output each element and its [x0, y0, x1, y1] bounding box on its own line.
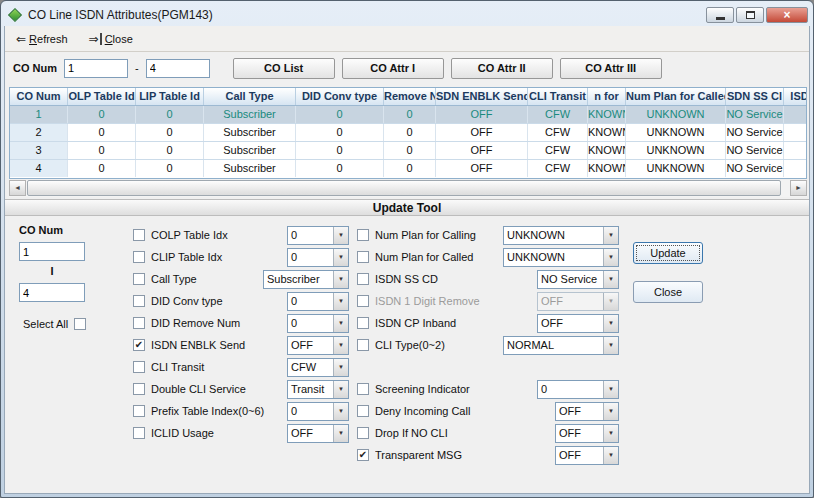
column-header-num-plan-for-calling[interactable]: n for [588, 88, 626, 105]
scroll-left-icon: ◄ [14, 184, 21, 191]
refresh-button[interactable]: ⇐ Refresh [11, 30, 78, 48]
field-iclid-usage: ICLID Usage OFF▼ [133, 422, 349, 444]
close-window-button[interactable]: × [766, 7, 808, 23]
title-bar[interactable]: CO Line ISDN Attributes(PGM143) × [1, 1, 813, 26]
call-type-checkbox[interactable] [133, 273, 145, 285]
scrollbar-thumb[interactable] [27, 180, 781, 196]
cli-type-select[interactable]: NORMAL▼ [503, 336, 619, 355]
drop-if-no-cli-checkbox[interactable] [357, 427, 369, 439]
column-header-lip-table-id[interactable]: LIP Table Id [136, 88, 204, 105]
scroll-left-button[interactable]: ◄ [9, 180, 26, 196]
selected-value: CFW [288, 361, 333, 373]
column-header-cli-transit[interactable]: CLI Transit [528, 88, 588, 105]
update-button[interactable]: Update [633, 242, 703, 264]
isdn-ss-cd-checkbox[interactable] [357, 273, 369, 285]
num-plan-for-called-checkbox[interactable] [357, 251, 369, 263]
close-icon: × [783, 8, 790, 22]
selected-value: NO Service [538, 273, 603, 285]
field-transparent-msg: ✔ Transparent MSG OFF▼ [357, 444, 619, 466]
select-all-checkbox[interactable] [74, 318, 86, 330]
colp-table-idx-select[interactable]: 0▼ [287, 226, 349, 245]
horizontal-scrollbar[interactable]: ◄ ► [9, 180, 807, 197]
update-co-num-from-input[interactable] [19, 242, 85, 261]
screening-indicator-checkbox[interactable] [357, 383, 369, 395]
transparent-msg-select[interactable]: OFF▼ [555, 446, 619, 465]
call-type-select[interactable]: Subscriber▼ [263, 270, 349, 289]
isdn-cp-inband-select[interactable]: OFF▼ [537, 314, 619, 333]
did-remove-num-checkbox[interactable] [133, 317, 145, 329]
selected-value: Subscriber [264, 273, 333, 285]
num-plan-for-called-select[interactable]: UNKNOWN▼ [503, 248, 619, 267]
table-cell: 0 [136, 106, 204, 123]
prefix-table-index-checkbox[interactable] [133, 405, 145, 417]
screening-indicator-select[interactable]: 0▼ [537, 380, 619, 399]
update-co-num-to-input[interactable] [19, 283, 85, 302]
clip-table-idx-checkbox[interactable] [133, 251, 145, 263]
colp-table-idx-checkbox[interactable] [133, 229, 145, 241]
field-double-cli-service: Double CLI Service Transit▼ [133, 378, 349, 400]
co-attr-1-button[interactable]: CO Attr I [342, 58, 444, 79]
field-cli-transit: CLI Transit CFW▼ [133, 356, 349, 378]
isdn-enblk-send-select[interactable]: OFF▼ [287, 336, 349, 355]
table-row[interactable]: 3 0 0 Subscriber 0 0 OFF CFW KNOWN UNKNO… [10, 142, 806, 160]
clip-table-idx-select[interactable]: 0▼ [287, 248, 349, 267]
column-header-did-conv-type[interactable]: DID Conv type [296, 88, 384, 105]
column-header-co-num[interactable]: CO Num [10, 88, 68, 105]
co-attr-3-button[interactable]: CO Attr III [560, 58, 662, 79]
column-header-isdn-enblk-send[interactable]: SDN ENBLK Send [436, 88, 528, 105]
co-attr-2-button[interactable]: CO Attr II [451, 58, 553, 79]
iclid-usage-checkbox[interactable] [133, 427, 145, 439]
table-row[interactable]: 2 0 0 Subscriber 0 0 OFF CFW KNOWN UNKNO… [10, 124, 806, 142]
column-header-isdn[interactable]: ISDN [784, 88, 807, 105]
cli-transit-checkbox[interactable] [133, 361, 145, 373]
co-list-button[interactable]: CO List [233, 58, 335, 79]
selected-value: OFF [288, 427, 333, 439]
did-conv-type-checkbox[interactable] [133, 295, 145, 307]
did-conv-type-select[interactable]: 0▼ [287, 292, 349, 311]
close-button-toolbar[interactable]: ⇒ Close [84, 30, 143, 48]
deny-incoming-call-select[interactable]: OFF▼ [555, 402, 619, 421]
transparent-msg-checkbox[interactable]: ✔ [357, 449, 369, 461]
close-button[interactable]: Close [633, 281, 703, 303]
double-cli-service-select[interactable]: Transit▼ [287, 380, 349, 399]
table-cell: KNOWN [588, 124, 626, 141]
selected-value: 0 [288, 229, 333, 241]
co-num-from-input[interactable] [64, 59, 128, 78]
selected-value: 0 [288, 405, 333, 417]
isdn-cp-inband-checkbox[interactable] [357, 317, 369, 329]
isdn-enblk-send-checkbox[interactable]: ✔ [133, 339, 145, 351]
selected-value: OFF [538, 317, 603, 329]
double-cli-service-checkbox[interactable] [133, 383, 145, 395]
selected-value: 0 [288, 295, 333, 307]
prefix-table-index-select[interactable]: 0▼ [287, 402, 349, 421]
column-header-isdn-ss-cd[interactable]: SDN SS Cl [726, 88, 784, 105]
cli-transit-select[interactable]: CFW▼ [287, 358, 349, 377]
deny-incoming-call-checkbox[interactable] [357, 405, 369, 417]
table-cell: NO Service [726, 160, 784, 177]
column-header-num-plan-for-called[interactable]: Num Plan for Called [626, 88, 726, 105]
column-header-olp-table-id[interactable]: OLP Table Id [68, 88, 136, 105]
dropdown-arrow-icon: ▼ [603, 337, 618, 354]
maximize-button[interactable] [736, 7, 764, 23]
column-header-remove-num[interactable]: Remove N [384, 88, 436, 105]
table-cell: Subscriber [204, 160, 296, 177]
iclid-usage-select[interactable]: OFF▼ [287, 424, 349, 443]
did-remove-num-select[interactable]: 0▼ [287, 314, 349, 333]
client-area: ⇐ Refresh ⇒ Close CO Num - CO List CO At… [4, 26, 810, 494]
scroll-right-button[interactable]: ► [790, 180, 807, 196]
field-cli-type: CLI Type(0~2) NORMAL▼ [357, 334, 619, 356]
cli-type-checkbox[interactable] [357, 339, 369, 351]
co-num-to-input[interactable] [146, 59, 210, 78]
selected-value: UNKNOWN [504, 229, 603, 241]
num-plan-for-calling-select[interactable]: UNKNOWN▼ [503, 226, 619, 245]
minimize-button[interactable] [706, 7, 734, 23]
table-cell: 0 [384, 106, 436, 123]
table-row[interactable]: 1 0 0 Subscriber 0 0 OFF CFW KNOWN UNKNO… [10, 106, 806, 124]
num-plan-for-calling-checkbox[interactable] [357, 229, 369, 241]
isdn-ss-cd-select[interactable]: NO Service▼ [537, 270, 619, 289]
refresh-label: Refresh [29, 33, 68, 45]
dropdown-arrow-icon: ▼ [603, 403, 618, 420]
column-header-call-type[interactable]: Call Type [204, 88, 296, 105]
table-row[interactable]: 4 0 0 Subscriber 0 0 OFF CFW KNOWN UNKNO… [10, 160, 806, 178]
drop-if-no-cli-select[interactable]: OFF▼ [555, 424, 619, 443]
